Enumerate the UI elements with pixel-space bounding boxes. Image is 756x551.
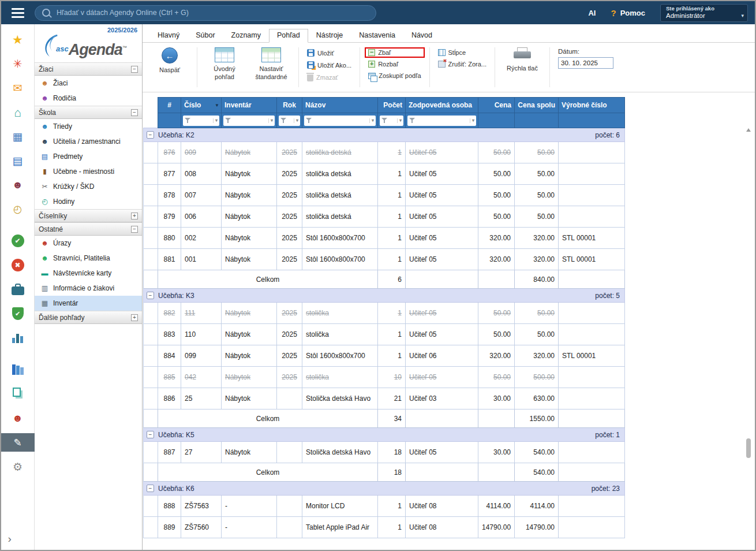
filter-cislo[interactable]: ▾ bbox=[183, 116, 219, 126]
cancel-sort-button[interactable]: Zrušiť: Zora... bbox=[436, 60, 489, 68]
expand-section-icon[interactable]: + bbox=[131, 213, 138, 219]
global-search[interactable] bbox=[35, 5, 376, 21]
table-row[interactable]: 88625NábytokStolička detská Havo21Učiteľ… bbox=[144, 388, 625, 409]
rail-school-button[interactable]: ⌂ bbox=[1, 103, 35, 121]
group-header-row[interactable]: −Učebňa: K2počet: 6 bbox=[144, 128, 625, 142]
rail-absence-button[interactable]: ✖ bbox=[1, 256, 35, 274]
quick-print-button[interactable]: Rýchla tlač bbox=[501, 46, 544, 73]
vertical-scrollbar[interactable] bbox=[746, 128, 752, 548]
rail-expand-button[interactable]: › bbox=[1, 529, 35, 548]
hamburger-menu-button[interactable] bbox=[1, 1, 35, 24]
table-row[interactable]: 880002Nábytok2025Stôl 1600x800x7001Učite… bbox=[144, 228, 625, 249]
rail-favorites-button[interactable]: ★ bbox=[1, 30, 35, 49]
tab-subor[interactable]: Súbor bbox=[188, 29, 223, 43]
user-menu[interactable]: Ste prihlásený ako Administrátor ▾ bbox=[660, 4, 748, 22]
tab-zoznamy[interactable]: Zoznamy bbox=[223, 29, 269, 43]
collapse-group-icon[interactable]: − bbox=[147, 485, 154, 492]
collapse-group-icon[interactable]: − bbox=[147, 292, 154, 299]
tab-navod[interactable]: Návod bbox=[403, 29, 440, 43]
column-header-cislo[interactable]: Číslo▼ bbox=[181, 98, 222, 113]
table-row[interactable]: 888ZŠ7563-Monitor LCD1Učiteľ 084114.0041… bbox=[144, 496, 625, 517]
filter-dropdown-icon[interactable]: ▾ bbox=[268, 118, 273, 123]
group-header-row[interactable]: −Učebňa: K3počet: 5 bbox=[144, 289, 625, 303]
column-header-id[interactable]: # bbox=[158, 98, 181, 113]
table-row[interactable]: 879006Nábytok2025stolička detská1Učiteľ … bbox=[144, 206, 625, 228]
column-header-inventar[interactable]: Inventár bbox=[222, 98, 277, 113]
collapse-group-icon[interactable]: − bbox=[147, 431, 154, 438]
sidebar-item-ucebne[interactable]: ▮Učebne - miestnosti bbox=[35, 164, 142, 179]
tab-hlavny[interactable]: Hlavný bbox=[149, 29, 188, 43]
table-row[interactable]: 881001Nábytok2025Stôl 1600x800x7001Učite… bbox=[144, 249, 625, 270]
section-header-ziaci[interactable]: Žiaci− bbox=[35, 62, 142, 76]
filter-pocet[interactable]: ▾ bbox=[380, 116, 403, 126]
tab-nastavenia[interactable]: Nastavenia bbox=[351, 29, 403, 43]
scroll-up-icon[interactable] bbox=[746, 128, 751, 132]
filter-rok[interactable]: ▾ bbox=[279, 116, 300, 126]
table-row[interactable]: 885042Nábytok2025stolička10Učiteľ 0550.0… bbox=[144, 367, 625, 388]
sidebar-item-kruzky[interactable]: ✂Krúžky / ŠKD bbox=[35, 179, 142, 194]
sidebar-item-hodiny[interactable]: ◴Hodiny bbox=[35, 194, 142, 209]
sidebar-item-rodicia[interactable]: ☻Rodičia bbox=[35, 91, 142, 106]
section-header-ciselniky[interactable]: Číselníky+ bbox=[35, 209, 142, 222]
scrollbar-thumb[interactable] bbox=[746, 438, 751, 458]
sidebar-item-triedy[interactable]: ☻Triedy bbox=[35, 119, 142, 134]
home-view-button[interactable]: Úvodný pohľad bbox=[203, 46, 246, 81]
sidebar-item-urazy[interactable]: ☻Úrazy bbox=[35, 236, 142, 251]
save-button[interactable]: Uložiť bbox=[305, 49, 354, 57]
expand-section-icon[interactable]: + bbox=[131, 314, 138, 321]
rail-profile-button[interactable]: ☻ bbox=[1, 176, 35, 194]
rail-security-button[interactable]: ✔ bbox=[1, 304, 35, 323]
rail-timetable-button[interactable]: ▦ bbox=[1, 127, 35, 146]
rail-messages-button[interactable]: ✉ bbox=[1, 79, 35, 97]
column-header-nazov[interactable]: Názov bbox=[302, 98, 378, 113]
filter-dropdown-icon[interactable]: ▾ bbox=[294, 118, 298, 123]
filter-inventar[interactable]: ▾ bbox=[223, 116, 275, 126]
expand-button[interactable]: Rozbaľ bbox=[366, 60, 423, 68]
filter-nazov[interactable]: ▾ bbox=[304, 116, 376, 126]
group-by-button[interactable]: Zoskupiť podľa bbox=[366, 72, 423, 80]
table-row[interactable]: 876009Nábytok2025stolička detská1Učiteľ … bbox=[144, 142, 625, 163]
table-row[interactable]: 883110Nábytok2025stolička1Učiteľ 0550.00… bbox=[144, 324, 625, 345]
collapse-group-icon[interactable]: − bbox=[147, 131, 154, 139]
rail-fireworks-button[interactable]: ✳ bbox=[1, 54, 35, 73]
table-row[interactable]: 882111Nábytok2025stolička1Učiteľ 0550.00… bbox=[144, 303, 625, 324]
rail-edit-button[interactable]: ✎ bbox=[1, 433, 35, 452]
column-header-osoba[interactable]: Zodpovedná osoba bbox=[406, 98, 478, 113]
date-input[interactable] bbox=[558, 57, 613, 69]
rail-communication-button[interactable]: ☻ bbox=[1, 409, 35, 427]
rail-settings-button[interactable]: ⚙ bbox=[1, 457, 35, 476]
rail-attendance-button[interactable]: ✔ bbox=[1, 232, 35, 250]
table-row[interactable]: 884099Nábytok2025Stôl 1600x800x7001Učite… bbox=[144, 345, 625, 367]
column-header-pocet[interactable]: Počet bbox=[378, 98, 406, 113]
tab-pohlad[interactable]: Pohľad bbox=[269, 29, 308, 43]
rail-work-button[interactable] bbox=[1, 280, 35, 299]
group-header-row[interactable]: −Učebňa: K5počet: 1 bbox=[144, 428, 625, 442]
help-button[interactable]: ? Pomoc bbox=[611, 8, 645, 18]
ai-button[interactable]: AI bbox=[588, 9, 596, 17]
search-input[interactable] bbox=[55, 8, 369, 17]
collapse-section-icon[interactable]: − bbox=[131, 109, 138, 116]
filter-dropdown-icon[interactable]: ▾ bbox=[369, 118, 374, 123]
sidebar-item-inventar[interactable]: ▦Inventár bbox=[35, 296, 142, 311]
filter-dropdown-icon[interactable]: ▾ bbox=[397, 118, 402, 123]
column-header-vyrobne[interactable]: Výrobné číslo bbox=[559, 98, 625, 113]
rail-library-button[interactable] bbox=[1, 360, 35, 379]
collapse-button[interactable]: Zbaľ bbox=[366, 49, 423, 57]
sidebar-item-stravnici[interactable]: ☻Stravníci, Platitelia bbox=[35, 251, 142, 266]
rail-schedule-button[interactable]: ◴ bbox=[1, 200, 35, 218]
collapse-section-icon[interactable]: − bbox=[131, 226, 138, 233]
rail-documents-button[interactable] bbox=[1, 385, 35, 403]
back-button[interactable]: ← Naspäť bbox=[148, 46, 191, 75]
filter-osoba[interactable]: ▾ bbox=[407, 116, 476, 126]
sidebar-item-ziaci[interactable]: ☻Žiaci bbox=[35, 76, 142, 91]
rail-reports-button[interactable] bbox=[1, 329, 35, 347]
column-header-rok[interactable]: Rok bbox=[277, 98, 302, 113]
set-default-button[interactable]: Nastaviť štandardné bbox=[250, 46, 293, 81]
rail-gradebook-button[interactable]: ▤ bbox=[1, 151, 35, 170]
sidebar-item-ucitelia[interactable]: ☻Učitelia / zamestnanci bbox=[35, 134, 142, 149]
columns-button[interactable]: Stĺpce bbox=[436, 49, 489, 57]
table-row[interactable]: 877008Nábytok2025stolička detská1Učiteľ … bbox=[144, 163, 625, 185]
table-row[interactable]: 889ZŠ7560-Tablet Apple iPad Air1Učiteľ 0… bbox=[144, 517, 625, 538]
section-header-dalsie-pohlady[interactable]: Ďalšie pohľady+ bbox=[35, 311, 142, 324]
tab-nastroje[interactable]: Nástroje bbox=[308, 29, 351, 43]
